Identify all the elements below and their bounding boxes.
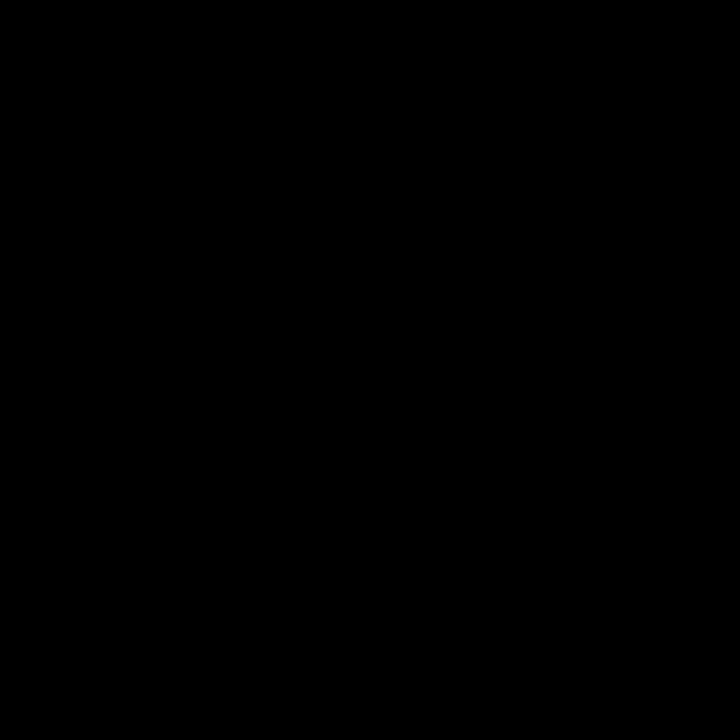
chart-frame bbox=[0, 0, 728, 728]
chart-svg bbox=[0, 0, 728, 728]
